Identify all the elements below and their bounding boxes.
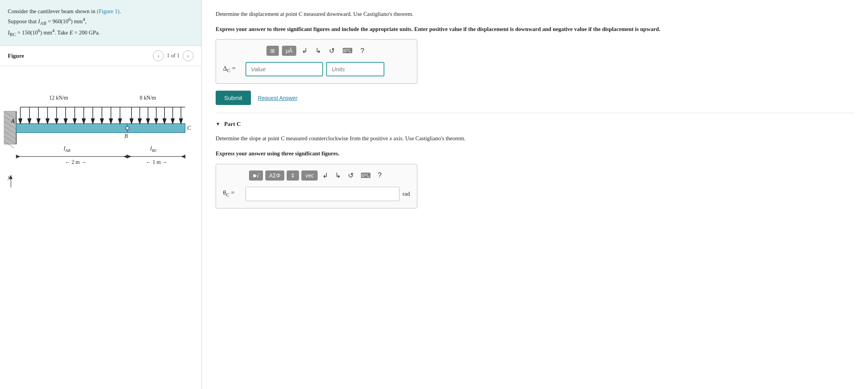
figure-nav: ‹ 1 of 1 ›: [153, 50, 194, 61]
svg-marker-59: [128, 155, 132, 158]
matrix-icon-c: ■√: [253, 172, 259, 179]
span-bc-label: IBC: [150, 146, 157, 153]
svg-marker-25: [73, 119, 76, 124]
svg-marker-42: [146, 119, 149, 124]
submit-button[interactable]: Submit: [216, 91, 251, 105]
vec-button-c[interactable]: vec: [301, 170, 318, 181]
svg-marker-50: [179, 119, 182, 124]
load1-arrows: [19, 107, 121, 124]
refresh-button-b[interactable]: ↺: [327, 45, 337, 57]
theta-label: θC =: [223, 189, 242, 198]
svg-marker-21: [55, 119, 58, 124]
svg-marker-15: [28, 119, 31, 124]
figure-area: C A B 12 kN/m: [0, 66, 201, 389]
toolbar-c: ■√ AΣΦ ⇕ vec ↲ ↳ ↺ ⌨ ?: [223, 170, 410, 181]
svg-marker-46: [163, 119, 166, 124]
dim1-label: ← 2 m →: [65, 159, 86, 165]
vec-icon-c: vec: [305, 172, 314, 179]
svg-marker-55: [16, 155, 21, 158]
section-divider: [216, 113, 854, 113]
mu-button-b[interactable]: μÂ: [282, 46, 296, 56]
mu-icon-b: μÂ: [286, 48, 292, 54]
figure-label: Figure: [8, 53, 153, 59]
undo-button-c[interactable]: ↲: [320, 170, 330, 181]
svg-rect-10: [128, 124, 185, 133]
load1-label: 12 kN/m: [49, 95, 68, 101]
redo-button-c[interactable]: ↳: [333, 170, 343, 181]
matrix-button-b[interactable]: ⊞: [266, 46, 279, 56]
point-c-label: C: [187, 125, 191, 131]
input-row-b: ΔC =: [223, 62, 410, 76]
greek-icon-c: AΣΦ: [269, 172, 280, 179]
svg-rect-0: [4, 111, 16, 144]
load2-arrows: [130, 107, 183, 124]
svg-marker-23: [64, 119, 67, 124]
problem-line2: Suppose that IAB = 960(106) mm4,: [8, 18, 86, 24]
arrow-button-c[interactable]: ⇕: [287, 170, 299, 181]
svg-marker-27: [82, 119, 85, 124]
svg-marker-40: [138, 119, 141, 124]
svg-marker-48: [171, 119, 174, 124]
beam-diagram: C A B 12 kN/m: [4, 70, 197, 194]
answer-box-c: ■√ AΣΦ ⇕ vec ↲ ↳ ↺ ⌨ ? θC = rad: [216, 164, 417, 208]
point-b-label: B: [124, 133, 128, 139]
value-input[interactable]: [246, 62, 323, 76]
redo-button-b[interactable]: ↳: [313, 45, 323, 57]
svg-marker-19: [46, 119, 49, 124]
svg-marker-38: [130, 119, 133, 124]
load2-label: 8 kN/m: [140, 95, 156, 101]
theta-input[interactable]: [246, 187, 399, 201]
figure-link[interactable]: (Figure 1): [97, 8, 119, 14]
right-panel: Determine the displacement at point C me…: [202, 0, 868, 389]
figure-page: 1 of 1: [167, 53, 180, 59]
request-answer-link[interactable]: Request Answer: [258, 95, 297, 101]
part-c-arrow: ▼: [216, 121, 220, 127]
help-button-c[interactable]: ?: [375, 170, 384, 181]
problem-line1: Consider the cantilever beam shown in (F…: [8, 8, 121, 14]
svg-marker-13: [19, 119, 22, 124]
rad-label: rad: [403, 191, 410, 197]
svg-marker-33: [109, 119, 112, 124]
theta-row: θC = rad: [223, 187, 410, 201]
units-input[interactable]: [326, 62, 384, 76]
keyboard-button-c[interactable]: ⌨: [358, 170, 373, 181]
problem-line3: IBC = 150(106) mm4. Take E = 200 GPa.: [8, 29, 100, 36]
span-ab-label: IAB: [63, 146, 71, 153]
delta-label: ΔC =: [223, 65, 242, 74]
part-c-header[interactable]: ▼ Part C: [216, 121, 854, 127]
svg-marker-31: [100, 119, 103, 124]
matrix-button-c[interactable]: ■√: [249, 170, 263, 181]
svg-marker-56: [123, 155, 128, 158]
toolbar-b: ⊞ μÂ ↲ ↳ ↺ ⌨ ?: [223, 45, 410, 57]
keyboard-button-b[interactable]: ⌨: [340, 45, 355, 57]
help-button-b[interactable]: ?: [358, 45, 367, 57]
svg-marker-29: [91, 119, 94, 124]
action-row-b: Submit Request Answer: [216, 91, 854, 105]
dim2-label: ← 1 m →: [146, 159, 168, 165]
arrow-icon-c: ⇕: [290, 172, 295, 179]
prev-figure-button[interactable]: ‹: [153, 50, 164, 61]
undo-button-b[interactable]: ↲: [299, 45, 310, 57]
part-b-question: Determine the displacement at point C me…: [216, 9, 854, 19]
part-b-instruction: Express your answer to three significant…: [216, 24, 854, 34]
svg-marker-44: [155, 119, 158, 124]
refresh-button-c[interactable]: ↺: [346, 170, 356, 181]
part-c-question: Determine the slope at point C measured …: [216, 134, 854, 143]
svg-marker-35: [118, 119, 121, 124]
matrix-icon-b: ⊞: [270, 48, 275, 54]
figure-header: Figure ‹ 1 of 1 ›: [0, 46, 201, 66]
part-c-title: Part C: [224, 121, 241, 127]
part-c-instruction: Express your answer using three signific…: [216, 149, 854, 158]
greek-button-c[interactable]: AΣΦ: [265, 170, 284, 181]
svg-rect-9: [16, 124, 128, 133]
next-figure-button[interactable]: ›: [183, 50, 194, 61]
svg-marker-60: [181, 155, 185, 158]
answer-box-b: ⊞ μÂ ↲ ↳ ↺ ⌨ ? ΔC =: [216, 39, 417, 84]
problem-text: Consider the cantilever beam shown in (F…: [0, 0, 201, 46]
point-a-label: A: [11, 118, 15, 124]
svg-point-11: [126, 127, 129, 130]
svg-marker-17: [37, 119, 40, 124]
